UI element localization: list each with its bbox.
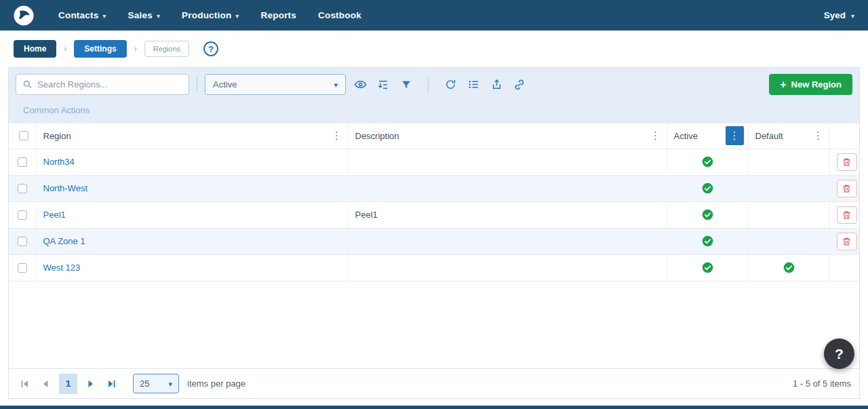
- row-checkbox[interactable]: [18, 184, 27, 193]
- first-page-button[interactable]: [17, 376, 32, 391]
- trash-icon: [842, 184, 851, 193]
- nav-item-label: Costbook: [318, 10, 361, 20]
- region-link[interactable]: West 123: [43, 262, 81, 273]
- trash-icon: [842, 237, 851, 246]
- breadcrumb-separator-icon: [134, 44, 137, 54]
- nav-item-production[interactable]: Production: [182, 10, 239, 20]
- row-checkbox[interactable]: [18, 157, 27, 167]
- description-cell: [348, 175, 667, 201]
- delete-row-button[interactable]: [837, 206, 857, 224]
- default-check-icon: [783, 262, 795, 273]
- next-page-button[interactable]: [83, 376, 98, 391]
- default-column-menu-icon[interactable]: [812, 129, 825, 142]
- previous-page-button[interactable]: [38, 376, 53, 391]
- column-header-description[interactable]: Description: [355, 129, 663, 142]
- delete-row-button[interactable]: [837, 153, 857, 171]
- region-link[interactable]: North-West: [43, 183, 88, 193]
- region-link[interactable]: North34: [43, 157, 75, 167]
- description-column-menu-icon[interactable]: [649, 129, 663, 142]
- select-all-checkbox[interactable]: [19, 131, 28, 140]
- export-icon[interactable]: [488, 76, 505, 94]
- common-actions-menu[interactable]: Common Actions: [16, 95, 90, 123]
- column-label: Active: [674, 131, 698, 141]
- new-region-button[interactable]: + New Region: [769, 74, 852, 95]
- user-menu[interactable]: Syed: [824, 10, 854, 20]
- search-icon: [22, 79, 33, 90]
- column-header-active[interactable]: Active: [674, 126, 744, 145]
- chevron-down-icon: [851, 10, 854, 20]
- chevron-down-icon: [102, 10, 106, 20]
- description-cell: [348, 149, 667, 175]
- column-label: Region: [43, 131, 71, 141]
- new-region-label: New Region: [791, 79, 842, 90]
- eye-icon[interactable]: [351, 76, 369, 94]
- nav-item-costbook[interactable]: Costbook: [318, 10, 361, 20]
- column-label: Default: [755, 131, 783, 141]
- active-check-icon: [702, 262, 713, 273]
- region-column-menu-icon[interactable]: [330, 129, 344, 142]
- row-checkbox[interactable]: [18, 210, 27, 220]
- breadcrumb-home-button[interactable]: Home: [14, 40, 56, 58]
- add-row-icon[interactable]: [374, 76, 392, 94]
- pager-range-label: 1 - 5 of 5 items: [793, 378, 851, 389]
- breadcrumb-settings-button[interactable]: Settings: [74, 40, 126, 58]
- main-menu: Contacts Sales Production Reports Costbo…: [58, 10, 361, 20]
- nav-item-label: Production: [182, 10, 231, 20]
- row-checkbox[interactable]: [18, 237, 27, 246]
- vertical-divider: [428, 77, 429, 93]
- regions-table: Region Description Active Default North3…: [9, 123, 859, 281]
- description-cell: [348, 228, 667, 254]
- chevron-down-icon: [157, 10, 160, 20]
- trash-icon: [842, 210, 851, 220]
- chevron-down-icon: [235, 10, 239, 20]
- region-link[interactable]: Peel1: [43, 210, 66, 220]
- region-link[interactable]: QA Zone 1: [43, 236, 85, 246]
- items-per-page-label: items per page: [187, 378, 245, 389]
- top-navigation-bar: Contacts Sales Production Reports Costbo…: [0, 0, 868, 31]
- breadcrumb-separator-icon: [64, 44, 66, 54]
- regions-grid-panel: Active: [8, 67, 860, 399]
- page-size-value: 25: [140, 378, 149, 389]
- bottom-edge-bar: [0, 406, 868, 409]
- column-header-actions: [829, 123, 859, 149]
- row-checkbox[interactable]: [18, 263, 27, 273]
- current-page-button[interactable]: 1: [59, 374, 77, 394]
- filter-icon[interactable]: [397, 76, 415, 94]
- last-page-button[interactable]: [104, 376, 119, 391]
- description-cell: Peel1: [348, 201, 667, 228]
- nav-item-label: Contacts: [58, 10, 98, 20]
- description-cell: [348, 254, 667, 281]
- page-size-dropdown[interactable]: 25: [133, 374, 179, 393]
- grid-tool-icons: [351, 76, 528, 94]
- column-header-region[interactable]: Region: [43, 129, 344, 142]
- breadcrumb-regions-chip[interactable]: Regions: [144, 41, 189, 57]
- list-view-icon[interactable]: [465, 76, 482, 94]
- nav-item-label: Reports: [261, 10, 296, 20]
- delete-row-button[interactable]: [837, 233, 857, 250]
- delete-row-button[interactable]: [837, 180, 857, 197]
- trash-icon: [842, 157, 851, 167]
- status-filter-value: Active: [213, 79, 237, 90]
- search-input[interactable]: [37, 79, 182, 90]
- status-filter-dropdown[interactable]: Active: [205, 74, 346, 95]
- table-header-row: Region Description Active Default: [9, 123, 859, 149]
- nav-item-label: Sales: [128, 10, 153, 20]
- grid-toolbar: Active: [9, 68, 859, 123]
- active-check-icon: [702, 156, 713, 168]
- page-help-icon[interactable]: ?: [203, 41, 218, 56]
- table-row: Peel1 Peel1: [9, 201, 859, 228]
- table-row: QA Zone 1: [9, 228, 859, 254]
- nav-item-sales[interactable]: Sales: [128, 10, 161, 20]
- active-column-menu-icon[interactable]: [726, 126, 744, 145]
- nav-item-reports[interactable]: Reports: [261, 10, 296, 20]
- app-logo[interactable]: [14, 5, 34, 26]
- search-box: [16, 74, 189, 95]
- floating-help-button[interactable]: ?: [824, 338, 854, 369]
- link-icon[interactable]: [511, 76, 528, 94]
- nav-item-contacts[interactable]: Contacts: [58, 10, 106, 20]
- column-label: Description: [355, 131, 399, 141]
- refresh-icon[interactable]: [441, 76, 459, 94]
- column-header-default[interactable]: Default: [755, 129, 825, 142]
- user-name: Syed: [824, 10, 846, 20]
- pager: 1: [17, 374, 119, 394]
